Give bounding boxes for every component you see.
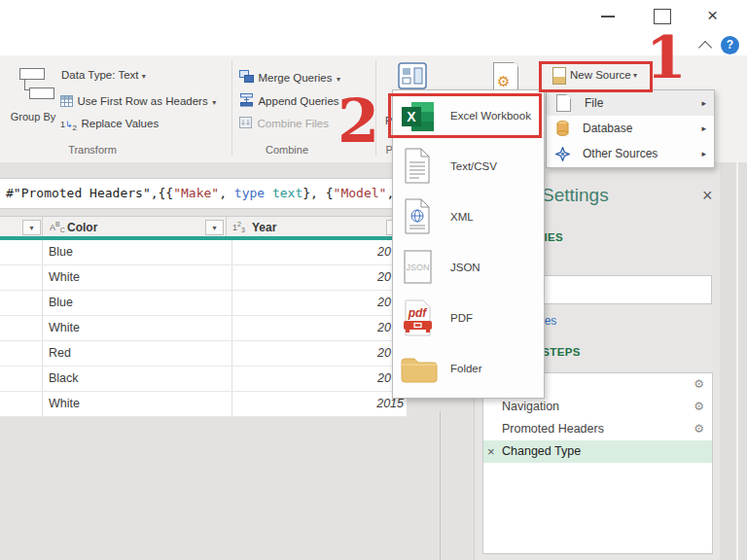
menu-item-database[interactable]: Database ▸ (547, 116, 714, 141)
chevron-down-icon: ▾ (337, 75, 340, 84)
data-source-settings-icon: ⚙ (493, 62, 518, 92)
merge-queries-label: Merge Queries (258, 72, 332, 84)
year-cell: 20 (232, 240, 407, 264)
group-by-label: Group By (10, 111, 56, 123)
color-cell: Blue (43, 291, 232, 315)
ribbon-separator (231, 60, 232, 156)
gear-icon[interactable]: ⚙ (694, 396, 704, 418)
table-row[interactable]: Black20 (0, 367, 407, 392)
step-label: Promoted Headers (502, 422, 604, 436)
year-cell: 20 (232, 316, 407, 340)
step-label: Navigation (502, 400, 559, 413)
formula-token: }, { (302, 186, 333, 200)
formula-token: type (234, 186, 265, 200)
gear-icon[interactable]: ⚙ (694, 418, 704, 440)
color-cell: Red (43, 341, 232, 366)
column-name: Year (252, 221, 276, 234)
number-type-icon: 123 (232, 221, 245, 233)
chevron-down-icon: ▾ (142, 72, 146, 81)
menu-item-label: File (585, 96, 603, 110)
color-cell: White (43, 392, 232, 416)
submenu-arrow-icon: ▸ (701, 149, 706, 158)
column-name: Color (67, 221, 97, 234)
table-row[interactable]: White20 (0, 265, 407, 291)
use-first-row-label: Use First Row as Headers (77, 95, 207, 107)
help-icon[interactable]: ? (721, 36, 739, 54)
menu-item-label: XML (450, 211, 474, 223)
gear-icon[interactable]: ⚙ (694, 373, 704, 396)
table-row[interactable]: Blue20 (0, 291, 407, 316)
menu-item-xml[interactable]: XML (393, 192, 544, 242)
replace-values-button[interactable]: 1↳2 Replace Values (60, 114, 159, 132)
menu-item-json[interactable]: JSON JSON (393, 242, 544, 293)
formula-token: #"Promoted Headers",{{ (6, 186, 173, 200)
collapse-ribbon-icon[interactable] (698, 41, 712, 54)
text-csv-icon (405, 148, 432, 185)
formula-token: , (219, 186, 234, 200)
preview-table-body: Blue20 White20 Blue20 White20 Red20 Blac… (0, 240, 407, 417)
year-cell: 20 (232, 341, 407, 366)
menu-item-text-csv[interactable]: Text/CSV (393, 141, 544, 192)
combine-files-label: Combine Files (257, 118, 329, 129)
table-row[interactable]: White2015 (0, 392, 407, 417)
panel-close-icon[interactable]: × (702, 186, 713, 206)
year-cell: 20 (232, 291, 407, 315)
xml-icon (405, 198, 432, 235)
database-icon (556, 121, 569, 136)
year-cell: 20 (232, 265, 407, 290)
annotation-number-2: 2 (338, 86, 379, 157)
use-first-row-button[interactable]: Use First Row as Headers ▾ (60, 91, 216, 109)
new-source-menu: File ▸ Database ▸ Other Sources ▸ (546, 89, 715, 168)
panel-scrollbar-track[interactable] (720, 162, 747, 560)
submenu-arrow-icon: ▸ (701, 98, 706, 108)
append-queries-button[interactable]: Append Queries (239, 91, 339, 109)
filter-button[interactable]: ▾ (22, 220, 41, 235)
window-minimize-button[interactable] (601, 16, 615, 18)
menu-item-label: Database (583, 122, 632, 135)
step-navigation[interactable]: Navigation ⚙ (483, 396, 712, 418)
group-by-icon-box2 (29, 88, 54, 99)
append-queries-label: Append Queries (258, 95, 338, 107)
menu-item-file[interactable]: File ▸ (547, 90, 714, 116)
table-row[interactable]: White20 (0, 316, 407, 341)
column-header-color[interactable]: ABC Color ▾ (43, 217, 227, 237)
gear-icon: ⚙ (497, 73, 510, 90)
preview-scrollbar-track[interactable] (440, 411, 441, 560)
submenu-arrow-icon: ▸ (701, 123, 706, 133)
filter-button[interactable]: ▾ (205, 220, 224, 235)
formula-token (265, 186, 272, 200)
group-by-button[interactable]: Group By (8, 60, 58, 156)
folder-icon (401, 354, 438, 383)
pdf-icon: pdf (404, 299, 433, 336)
transform-group-label: Transform (58, 144, 126, 156)
year-cell: 2015 (232, 392, 407, 416)
menu-item-label: Folder (450, 363, 482, 374)
window-close-button[interactable]: × (707, 6, 718, 24)
table-row[interactable]: Red20 (0, 341, 407, 367)
replace-values-icon: 1↳2 (60, 120, 77, 129)
delete-step-icon[interactable]: × (487, 440, 495, 463)
annotation-box-new-source (539, 61, 653, 92)
color-cell: White (43, 265, 232, 290)
column-header-year[interactable]: 123 Year ▾ (227, 217, 407, 237)
table-row[interactable]: Blue20 (0, 240, 407, 265)
combine-files-button-disabled: Combine Files (239, 114, 329, 131)
menu-item-pdf[interactable]: pdf PDF (393, 293, 544, 343)
color-cell: White (43, 316, 232, 340)
data-type-label: Data Type: Text (61, 69, 138, 81)
formula-token: text (272, 186, 302, 200)
formula-token: "Model" (334, 186, 387, 200)
step-changed-type-selected[interactable]: × Changed Type (483, 440, 712, 463)
column-header-cropped[interactable]: ▾ (0, 217, 43, 237)
svg-text:JSON: JSON (406, 262, 429, 272)
window-maximize-button[interactable] (654, 9, 671, 24)
data-type-button[interactable]: Data Type: Text ▾ (61, 69, 146, 81)
year-cell: 20 (232, 367, 407, 391)
preview-table-header: ▾ ABC Color ▾ 123 Year ▾ (0, 216, 407, 237)
step-label: Changed Type (502, 444, 581, 458)
merge-queries-button[interactable]: Merge Queries ▾ (239, 68, 340, 86)
menu-item-folder[interactable]: Folder (393, 343, 544, 394)
menu-item-other-sources[interactable]: Other Sources ▸ (547, 141, 714, 166)
page-fold (514, 62, 518, 67)
step-promoted-headers[interactable]: Promoted Headers ⚙ (483, 418, 712, 440)
